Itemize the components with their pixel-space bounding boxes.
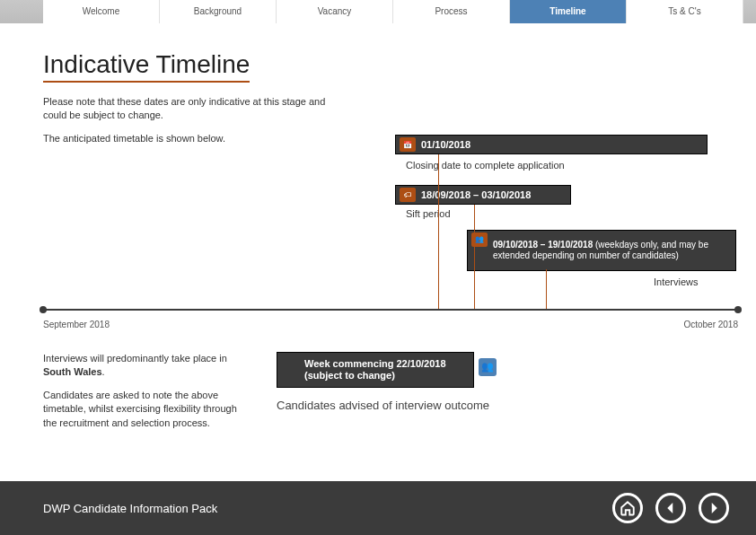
interview-date-bar: 👥 09/10/2018 – 19/10/2018 (weekdays only… (467, 230, 736, 271)
timeline-tick (474, 205, 475, 309)
closing-date-bar: 📅 01/10/2018 (395, 135, 708, 154)
tag-icon: 🏷 (400, 188, 416, 202)
lower-section: Interviews will predominantly take place… (43, 352, 738, 439)
timeline-tick (546, 269, 547, 309)
interview-caption: Interviews (654, 276, 699, 287)
tab-welcome[interactable]: Welcome (43, 0, 160, 23)
closing-date: 01/10/2018 (421, 139, 470, 150)
flexibility-note: Candidates are asked to note the above t… (43, 389, 250, 430)
axis-start-label: September 2018 (43, 320, 110, 329)
axis-start-dot (40, 306, 47, 313)
closing-caption: Closing date to complete application (406, 160, 565, 171)
home-button[interactable] (612, 493, 643, 523)
prev-button[interactable] (655, 493, 686, 523)
arrow-right-icon (706, 500, 722, 516)
sift-caption: Sift period (406, 208, 451, 219)
nav-buttons (612, 493, 729, 523)
timeline: 📅 01/10/2018 Closing date to complete ap… (43, 135, 738, 314)
axis-end-dot (734, 306, 742, 313)
home-icon (620, 500, 636, 516)
tab-process[interactable]: Process (393, 0, 510, 23)
intro-line-1: Please note that these dates are only in… (43, 95, 339, 123)
people-icon: 👥 (479, 358, 497, 376)
outcome-week-text: Week commencing 22/10/2018 (subject to c… (304, 358, 446, 381)
outcome-caption: Candidates advised of interview outcome (277, 399, 738, 412)
interview-location-note: Interviews will predominantly take place… (43, 352, 250, 380)
calendar-icon: 📅 (400, 137, 416, 152)
sift-date-bar: 🏷 18/09/2018 – 03/10/2018 (395, 185, 571, 205)
tab-vacancy[interactable]: Vacancy (277, 0, 393, 23)
tab-background[interactable]: Background (160, 0, 277, 23)
tab-bar: Welcome Background Vacancy Process Timel… (0, 0, 756, 23)
tab-timeline[interactable]: Timeline (510, 0, 627, 23)
interview-date-text: 09/10/2018 – 19/10/2018 (weekdays only, … (493, 240, 730, 261)
page-title: Indicative Timeline (43, 50, 250, 83)
outcome-week-bar: Week commencing 22/10/2018 (subject to c… (277, 352, 474, 388)
footer-title: DWP Candidate Information Pack (43, 502, 217, 515)
arrow-left-icon (663, 500, 679, 516)
axis-end-label: October 2018 (683, 320, 738, 329)
tab-terms[interactable]: Ts & C's (627, 0, 743, 23)
footer: DWP Candidate Information Pack (0, 481, 756, 535)
timeline-tick (438, 154, 439, 309)
timeline-axis (43, 309, 738, 311)
next-button[interactable] (699, 493, 729, 523)
